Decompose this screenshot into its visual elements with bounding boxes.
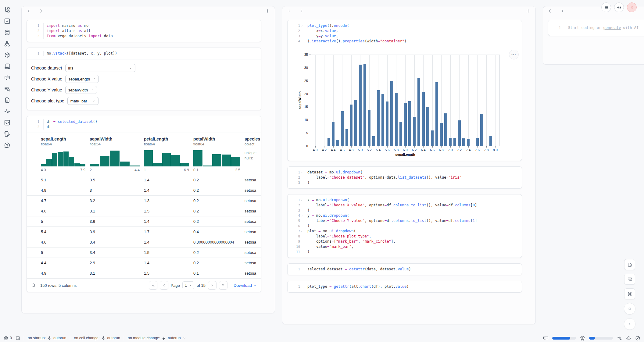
ai-sparkles-icon[interactable] (617, 336, 622, 341)
sidebar-dependency-graph-icon[interactable] (4, 41, 10, 47)
chart-bar (489, 136, 492, 146)
x-tick-label: 5.6 (385, 148, 389, 152)
histogram-bar (203, 166, 212, 166)
settings-button[interactable] (614, 2, 624, 12)
code-editor[interactable]: 1Start coding or generate with AI (548, 20, 644, 36)
close-icon (630, 5, 634, 10)
table-row[interactable]: 4.93.11.50.1setosa (27, 268, 261, 278)
first-page-button[interactable] (149, 281, 157, 290)
sidebar-help-icon[interactable] (4, 142, 10, 148)
chevron-down-icon (91, 88, 94, 92)
sidebar-scratchpad-icon[interactable] (4, 131, 10, 137)
code-text: y=y.value, (307, 34, 338, 39)
code-editor[interactable]: 1plot_type().encode(2 x=x.value,3 y=y.va… (288, 20, 522, 47)
line-number-text: 1 (298, 198, 300, 203)
line-number: 10 (291, 244, 304, 249)
column-collapse-left-icon[interactable] (287, 9, 292, 13)
chart-menu-button[interactable]: ••• (509, 50, 519, 59)
error-counter[interactable]: 0 (4, 336, 12, 340)
column-collapse-right-icon[interactable] (299, 9, 304, 13)
code-text: df (47, 124, 51, 130)
code-editor[interactable]: 1df = selected_dataset()2df (27, 116, 261, 133)
x-tick (315, 146, 316, 148)
shutdown-button[interactable] (627, 2, 637, 12)
download-button[interactable]: Download (234, 283, 257, 288)
sidebar-activity-icon[interactable] (4, 108, 10, 115)
table-row[interactable]: 53.61.40.2setosa (27, 216, 261, 226)
line-number: 1 (291, 198, 304, 203)
column-header-petalLength: petalLengthfloat6416.9 (144, 137, 193, 172)
line-number-text: 3 (298, 208, 300, 213)
gridline-v (450, 55, 451, 146)
on-startup-setting[interactable]: on startup: autorun (28, 336, 66, 340)
code-text: label="Choose plot type", (307, 234, 371, 239)
sidebar-scroll-icon[interactable] (4, 63, 10, 69)
on-module-change-setting[interactable]: on module change: autorun (128, 336, 186, 340)
altair-bar-chart[interactable]: 051015202530354.04.24.44.64.85.05.25.45.… (295, 52, 506, 157)
last-page-button[interactable] (219, 281, 227, 290)
choose-x-value-select[interactable]: sepalLength (65, 75, 99, 83)
table-cell: setosa (245, 271, 261, 276)
histogram-bar (90, 164, 99, 166)
code-text: options=["mark_bar", "mark_circle"], (307, 239, 395, 244)
line-number-text: 1 (38, 119, 39, 124)
notebook-column-3: 1Start coding or generate with AI (543, 6, 644, 65)
save-notebook-button[interactable] (624, 259, 635, 270)
code-editor[interactable]: 1import marimo as mo2import altair as al… (27, 20, 261, 42)
terminal-button[interactable] (16, 336, 20, 340)
add-cell-icon[interactable] (526, 9, 531, 13)
add-cell-icon[interactable] (265, 9, 270, 13)
x-tick-label: 7.8 (484, 148, 488, 152)
notebook-menu-button[interactable] (601, 2, 611, 12)
table-row[interactable]: 5.43.91.70.4setosa (27, 226, 261, 237)
line-number: 1 (552, 25, 565, 30)
run-all-button[interactable] (624, 318, 635, 330)
on-cell-change-setting[interactable]: on cell change: autorun (74, 336, 120, 340)
column-collapse-right-icon[interactable] (560, 9, 564, 13)
table-row[interactable]: 53.41.50.2setosa (27, 247, 261, 258)
line-number: 6 (291, 223, 304, 229)
choose-dataset-select[interactable]: iris (65, 64, 135, 72)
sidebar-chat-bot-icon[interactable] (4, 74, 10, 81)
sidebar-database-icon[interactable] (4, 29, 10, 36)
table-row[interactable]: 4.63.11.50.2setosa (27, 206, 261, 216)
histogram-bar (222, 155, 231, 166)
table-row[interactable]: 5.13.51.40.2setosa (27, 175, 261, 185)
choose-y-value-select[interactable]: sepalWidth (65, 86, 97, 94)
stop-all-button[interactable] (624, 303, 635, 315)
code-editor[interactable]: 1mo.vstack([dataset, x, y, plot]) (27, 48, 261, 59)
column-collapse-left-icon[interactable] (27, 9, 31, 13)
sidebar-list-search-icon[interactable] (4, 86, 10, 92)
table-row[interactable]: 4.63.41.40.30000000000000004setosa (27, 237, 261, 247)
y-tick (309, 133, 311, 133)
copilot-icon[interactable] (626, 336, 631, 341)
sidebar-file-tree-icon[interactable] (4, 7, 10, 13)
sidebar-function-square-icon[interactable] (4, 18, 10, 24)
sidebar-document-icon[interactable] (4, 97, 10, 103)
code-editor[interactable]: 1plot_type = getattr(alt.Chart(df), plot… (288, 281, 522, 292)
table-cell: 1.4 (144, 178, 193, 182)
next-page-button[interactable] (208, 281, 216, 290)
connection-status-icon[interactable] (635, 336, 640, 341)
column-collapse-right-icon[interactable] (39, 9, 43, 13)
chart-bar (426, 107, 429, 146)
page-select[interactable]: 1 (182, 281, 194, 289)
column-histogram (90, 149, 140, 166)
table-row[interactable]: 4.42.91.40.2setosa (27, 258, 261, 268)
code-line: 1mo.vstack([dataset, x, y, plot]) (30, 51, 257, 56)
choose-plot-type-select[interactable]: mark_bar (67, 97, 98, 105)
keyboard-shortcuts-button[interactable] (624, 288, 635, 299)
table-row[interactable]: 4.73.21.30.2setosa (27, 195, 261, 206)
code-editor[interactable]: 1selected_dataset = getattr(data, datase… (288, 264, 522, 275)
prev-page-button[interactable] (160, 281, 168, 290)
histogram-bar (63, 151, 69, 166)
chart-bar (480, 114, 483, 146)
table-row[interactable]: 4.931.40.2setosa (27, 185, 261, 195)
sidebar-snippets-icon[interactable] (4, 119, 10, 126)
x-tick (468, 146, 469, 148)
layout-toggle-button[interactable] (624, 274, 635, 285)
column-collapse-left-icon[interactable] (548, 9, 552, 13)
code-editor[interactable]: 1x = mo.ui.dropdown(2 label="Choose X va… (288, 194, 522, 258)
sidebar-package-icon[interactable] (4, 52, 10, 58)
code-editor[interactable]: 1dataset = mo.ui.dropdown(2 label="Choos… (288, 167, 522, 188)
